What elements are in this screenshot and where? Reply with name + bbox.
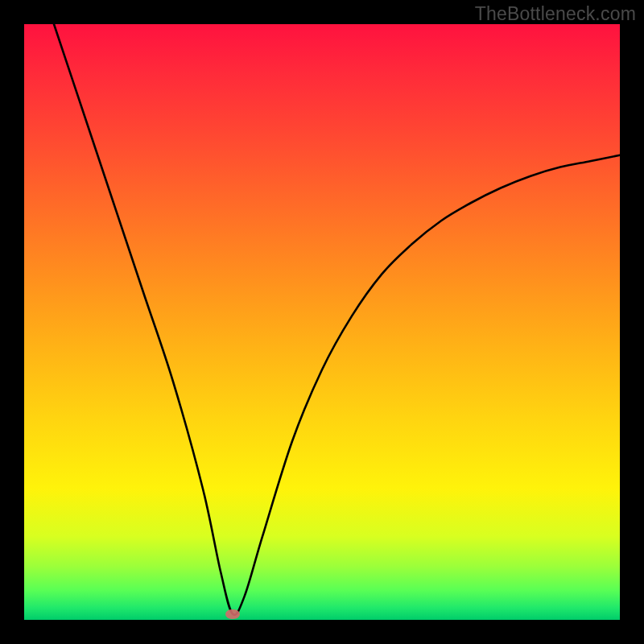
- minimum-marker: [225, 609, 240, 619]
- chart-frame: TheBottleneck.com: [0, 0, 644, 644]
- watermark-text: TheBottleneck.com: [475, 3, 636, 25]
- bottleneck-curve: [24, 24, 620, 620]
- plot-area: [24, 24, 620, 620]
